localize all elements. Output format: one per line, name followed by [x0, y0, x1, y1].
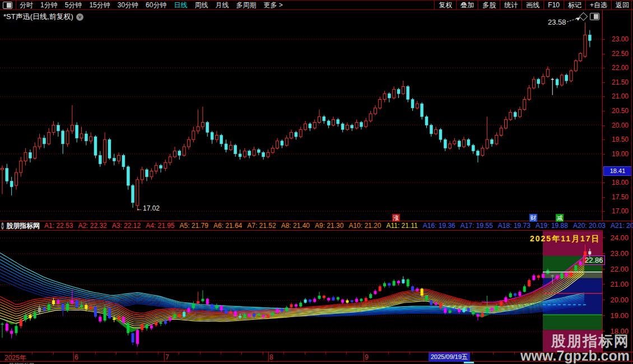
pane-candle [1, 324, 4, 325]
page-title: *ST声迅(日线,前复权) [3, 12, 73, 22]
candle-up [518, 109, 521, 116]
pane-candle [206, 299, 209, 305]
time-tick-minor [241, 352, 242, 354]
candle-down [351, 125, 353, 128]
menu-item-月线[interactable]: 月线 [215, 1, 229, 10]
button-返回[interactable]: 返回 [611, 1, 633, 10]
candle-down [146, 170, 148, 177]
pane-candle [127, 323, 129, 333]
menu-item-1分钟[interactable]: 1分钟 [40, 1, 58, 10]
time-tick-major [73, 352, 74, 361]
main-candlestick-chart[interactable] [0, 10, 602, 221]
candle-down [472, 145, 474, 151]
indicator-header-row: v 股朋指标网 A1: 22.53A2: 22.32A3: 22.12A4: 2… [0, 221, 633, 230]
button-统计[interactable]: 统计 [500, 1, 522, 10]
menu-item-分时[interactable]: 分时 [20, 1, 33, 10]
candle-down [556, 80, 558, 85]
pane-candle [556, 276, 558, 279]
clipped-row-text: 股朋指标网 [9, 362, 76, 364]
candle-down [444, 139, 446, 148]
pane-candle [248, 314, 251, 316]
pane-candle [290, 304, 293, 307]
indicator-value-A11: A11: 21.11 [386, 222, 417, 230]
pane-candle [346, 300, 348, 302]
menu-item-更多 >[interactable]: 更多 > [263, 1, 282, 10]
pane-candle [262, 315, 265, 318]
axis-label-19.00: 19.00 [610, 311, 629, 320]
candle-up [271, 148, 274, 153]
button-F10[interactable]: F10 [543, 1, 564, 10]
menu-item-多周期[interactable]: 多周期 [236, 1, 256, 10]
button-画线[interactable]: 画线 [522, 1, 543, 10]
candle-up [136, 180, 139, 206]
pane-candle [43, 307, 45, 311]
candle-down [439, 129, 442, 139]
button-复权[interactable]: 复权 [434, 1, 456, 10]
pane-candle [337, 297, 339, 300]
right-border [631, 0, 632, 364]
pane-candle [38, 307, 41, 312]
indicator-logo: 股朋指标网 [6, 221, 40, 231]
indicator-values: A1: 22.53A2: 22.32A3: 22.12A4: 21.95A5: … [44, 222, 633, 230]
candle-up [20, 161, 22, 172]
pane-candle [178, 314, 181, 316]
chevron-down-icon[interactable]: v [76, 13, 83, 21]
time-tick-minor [116, 352, 117, 354]
candle-down [425, 116, 428, 125]
menu-item-15分钟[interactable]: 15分钟 [89, 1, 110, 10]
candle-up [486, 139, 488, 148]
pane-candle [374, 291, 376, 295]
pane-candle [491, 308, 494, 310]
panel-layout-icon[interactable] [3, 2, 12, 9]
time-tick-minor [95, 352, 96, 354]
button-+自选[interactable]: +自选 [585, 1, 611, 10]
pane-candle [523, 286, 526, 292]
axis-label-20.00: 20.00 [612, 122, 629, 129]
pane-candle [201, 299, 204, 301]
pane-candle [239, 316, 241, 318]
pane-candle [444, 308, 446, 312]
pane-candle [425, 296, 428, 300]
pane-candle [267, 315, 269, 318]
candle-up [449, 144, 452, 148]
time-tick-minor [305, 352, 305, 354]
button-标记[interactable]: 标记 [564, 1, 585, 10]
axis-tick [603, 183, 605, 183]
pane-candle [187, 308, 190, 312]
pane-candle [276, 309, 279, 313]
candle-down [43, 138, 45, 144]
main-price-axis: 23.0022.5022.0021.5021.0020.5020.0019.50… [602, 10, 632, 221]
indicator-value-A1: A1: 22.53 [44, 222, 73, 230]
pane-candle [57, 300, 59, 304]
badge-财: 财 [529, 214, 537, 222]
menu-item-30分钟[interactable]: 30分钟 [118, 1, 138, 10]
menu-item-周线[interactable]: 周线 [194, 1, 208, 10]
candle-up [90, 137, 92, 141]
pane-candle [318, 296, 321, 299]
pane-candle [76, 300, 78, 307]
axis-tick [603, 269, 605, 269]
time-tick-minor [409, 352, 410, 354]
pane-candle [477, 314, 480, 316]
axis-tick [603, 154, 605, 155]
button-多股[interactable]: 多股 [478, 1, 500, 10]
collapse-icon[interactable]: v [1, 222, 4, 230]
menu-item-60分钟[interactable]: 60分钟 [146, 1, 166, 10]
candle-up [285, 138, 288, 146]
indicator-pane[interactable] [0, 230, 602, 352]
pane-candle [146, 324, 148, 328]
pane-candle [509, 293, 512, 297]
button-叠加[interactable]: 叠加 [456, 1, 478, 10]
candle-up [215, 136, 218, 140]
menu-item-5分钟[interactable]: 5分钟 [65, 1, 82, 10]
candle-down [467, 139, 470, 145]
menu-item-日线[interactable]: 日线 [174, 1, 187, 10]
pane-candle [481, 313, 484, 317]
time-tick-minor [388, 352, 389, 354]
clipped-row-fragment [464, 362, 474, 363]
time-tick-minor [346, 352, 347, 354]
candle-up [71, 125, 73, 131]
indicator-value-A21: A21: 20.1 [611, 222, 633, 230]
candle-up [318, 116, 321, 122]
split-window-icon[interactable] [590, 13, 599, 20]
